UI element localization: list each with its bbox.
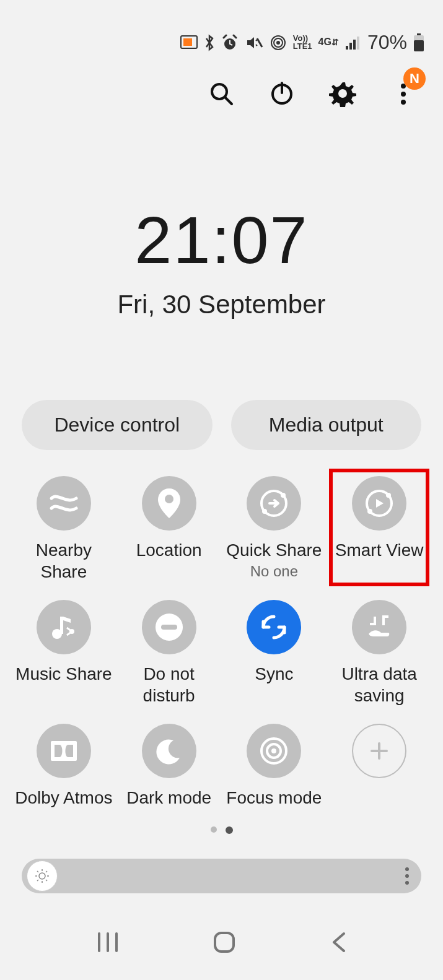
svg-rect-10 — [417, 33, 421, 35]
svg-rect-51 — [215, 933, 234, 952]
svg-point-26 — [386, 493, 391, 498]
svg-point-23 — [281, 493, 286, 498]
tile-label: Do not disturb — [119, 663, 219, 706]
navigation-bar — [0, 929, 443, 955]
page-dot-active — [226, 826, 233, 834]
svg-point-3 — [276, 41, 280, 45]
svg-rect-32 — [161, 625, 177, 630]
nearby-share-icon — [37, 476, 91, 531]
svg-rect-6 — [346, 46, 348, 50]
svg-line-44 — [37, 871, 38, 872]
svg-point-21 — [165, 495, 173, 503]
battery-icon — [413, 33, 424, 52]
smart-view-icon — [352, 476, 406, 531]
quick-settings-grid: Nearby Share Location Quick Share No one… — [0, 450, 443, 813]
svg-point-19 — [401, 92, 406, 97]
media-output-button[interactable]: Media output — [231, 400, 422, 450]
clock-date: Fri, 30 September — [0, 290, 443, 319]
tile-nearby-share[interactable]: Nearby Share — [11, 469, 116, 586]
page-indicator — [0, 826, 443, 834]
recents-button[interactable] — [95, 931, 120, 953]
bluetooth-icon — [204, 34, 215, 51]
tile-label: Quick Share — [226, 539, 322, 562]
sun-icon — [35, 869, 50, 883]
tile-sync[interactable]: Sync — [222, 592, 327, 710]
tile-do-not-disturb[interactable]: Do not disturb — [116, 592, 222, 710]
tile-location[interactable]: Location — [116, 469, 222, 586]
svg-point-20 — [401, 100, 406, 105]
plus-icon — [352, 724, 406, 778]
tile-ultra-data-saving[interactable]: Ultra data saving — [327, 592, 432, 710]
panel-actions: N — [0, 60, 443, 108]
cast-active-icon — [180, 35, 198, 50]
svg-rect-8 — [353, 40, 356, 50]
location-pin-icon — [142, 476, 196, 531]
tile-label: Sync — [255, 663, 293, 685]
svg-point-39 — [39, 873, 45, 879]
gear-icon — [329, 80, 356, 107]
svg-point-27 — [367, 509, 372, 514]
status-bar: Vo))LTE1 4G⇵ 70% — [0, 0, 443, 60]
back-button[interactable] — [329, 930, 348, 955]
sync-icon — [247, 600, 301, 654]
device-control-button[interactable]: Device control — [22, 400, 213, 450]
svg-rect-1 — [183, 38, 192, 46]
search-button[interactable] — [206, 79, 236, 108]
clock-area: 21:07 Fri, 30 September — [0, 201, 443, 319]
tile-label: Nearby Share — [14, 539, 114, 583]
settings-button[interactable] — [328, 79, 357, 108]
network-4g-icon: 4G⇵ — [318, 38, 339, 46]
do-not-disturb-icon — [142, 600, 196, 654]
tile-label: Music Share — [15, 663, 112, 685]
ultra-data-saving-icon — [352, 600, 406, 654]
search-icon — [208, 80, 234, 106]
svg-rect-29 — [60, 617, 63, 634]
alarm-icon — [221, 34, 239, 51]
svg-rect-9 — [357, 37, 359, 50]
tile-label: Dark mode — [126, 787, 211, 809]
tile-sublabel: No one — [250, 563, 298, 580]
brightness-more-icon[interactable] — [405, 867, 409, 885]
svg-line-45 — [46, 880, 47, 881]
brightness-thumb[interactable] — [27, 861, 58, 891]
target-icon — [247, 724, 301, 778]
home-button[interactable] — [211, 929, 237, 955]
svg-point-17 — [338, 89, 347, 98]
svg-point-24 — [262, 509, 267, 514]
tile-label: Focus mode — [226, 787, 322, 809]
tile-music-share[interactable]: Music Share — [11, 592, 116, 710]
svg-rect-12 — [414, 40, 424, 51]
moon-icon — [142, 724, 196, 778]
brightness-slider[interactable] — [22, 859, 421, 893]
power-icon — [269, 80, 295, 106]
tile-add[interactable] — [327, 716, 432, 813]
dolby-icon — [37, 724, 91, 778]
volte-icon: Vo))LTE1 — [293, 35, 312, 50]
music-share-icon — [37, 600, 91, 654]
pill-row: Device control Media output — [0, 400, 443, 450]
tile-focus-mode[interactable]: Focus mode — [222, 716, 327, 813]
tile-label: Ultra data saving — [329, 663, 429, 706]
svg-line-46 — [37, 880, 38, 881]
notification-badge: N — [403, 67, 426, 90]
svg-rect-7 — [349, 43, 352, 50]
back-icon — [329, 930, 348, 955]
tile-label: Dolby Atmos — [15, 787, 112, 809]
more-button[interactable]: N — [388, 79, 418, 108]
page-dot — [211, 826, 217, 833]
svg-point-36 — [271, 748, 276, 753]
tile-smart-view[interactable]: Smart View — [327, 469, 432, 586]
tile-dolby-atmos[interactable]: Dolby Atmos — [11, 716, 116, 813]
power-button[interactable] — [267, 79, 297, 108]
signal-icon — [345, 35, 361, 50]
tile-label: Smart View — [335, 539, 424, 562]
tile-quick-share[interactable]: Quick Share No one — [222, 469, 327, 586]
tile-dark-mode[interactable]: Dark mode — [116, 716, 222, 813]
vibrate-mute-icon — [245, 35, 263, 51]
tile-label: Location — [136, 539, 202, 562]
svg-line-14 — [225, 97, 232, 104]
home-icon — [211, 929, 237, 955]
quick-share-icon — [247, 476, 301, 531]
hotspot-icon — [270, 34, 287, 51]
svg-line-47 — [46, 871, 47, 872]
